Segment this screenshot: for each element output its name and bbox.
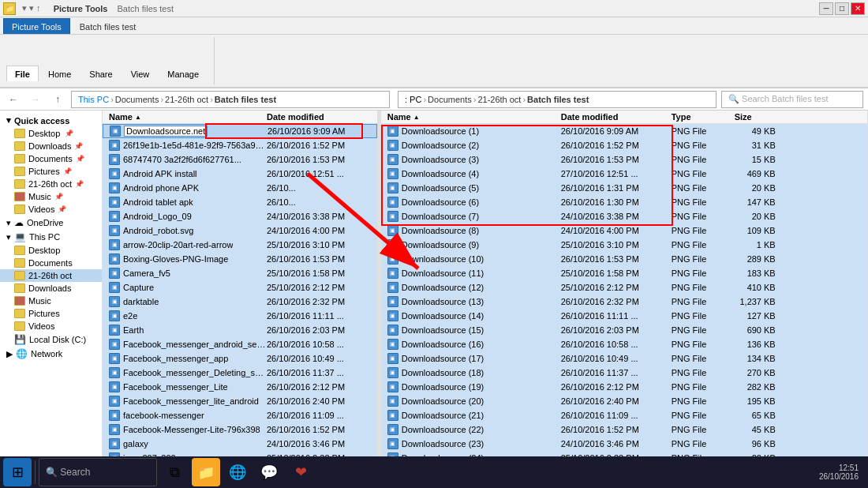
file-row[interactable]: ▣ Downloadsource (20) 26/10/2016 2:40 PM…	[381, 394, 867, 408]
file-row[interactable]: ▣ Downloadsource (13) 26/10/2016 2:32 PM…	[381, 295, 867, 309]
file-row[interactable]: ▣ e2e 26/10/2016 11:11 ...	[103, 309, 377, 323]
file-row[interactable]: ▣ Downloadsource (21) 26/10/2016 11:09 .…	[381, 408, 867, 422]
nav-local-disk[interactable]: 💾 Local Disk (C:)	[0, 332, 102, 347]
file-row[interactable]: ▣ Camera_fv5 25/10/2016 1:58 PM	[103, 266, 377, 280]
file-size: 15 KB	[735, 155, 782, 164]
explorer-button[interactable]: 📁	[192, 458, 220, 486]
file-row[interactable]: ▣ Downloadsource (6) 26/10/2016 1:30 PM …	[381, 195, 867, 209]
file-row[interactable]: ▣ darktable 26/10/2016 2:32 PM	[103, 295, 377, 309]
file-row[interactable]: ▣ Downloadsource.net 26/10/2016 9:09 AM	[103, 124, 377, 138]
file-row[interactable]: ▣ Android_Logo_09 24/10/2016 3:38 PM	[103, 209, 377, 223]
task-view-button[interactable]: ⧉	[160, 458, 189, 486]
file-row[interactable]: ▣ Downloadsource (22) 26/10/2016 1:52 PM…	[381, 422, 867, 437]
nav-pictures[interactable]: Pictures 📌	[0, 165, 102, 178]
col-name2-header[interactable]: Name ▲	[387, 112, 561, 122]
file-name-cell: ▣ Downloadsource (6)	[387, 197, 561, 208]
nav-desktop[interactable]: Desktop 📌	[0, 127, 102, 140]
nav-pc-pictures[interactable]: Pictures	[0, 307, 102, 320]
address-path-left[interactable]: This PC › Documents › 21-26th oct › Batc…	[71, 91, 390, 108]
file-row[interactable]: ▣ Downloadsource (18) 26/10/2016 11:37 .…	[381, 366, 867, 380]
nav-network[interactable]: ▶ 🌐 Network	[0, 347, 102, 361]
nav-downloads[interactable]: Downloads 📌	[0, 140, 102, 152]
nav-music[interactable]: Music 📌	[0, 190, 102, 203]
file-row[interactable]: ▣ Facebook_messenger_app 26/10/2016 10:4…	[103, 351, 377, 366]
search-button[interactable]: 🔍 Search	[39, 458, 157, 486]
nav-pc-documents[interactable]: Documents	[0, 257, 102, 269]
file-row[interactable]: ▣ Downloadsource (4) 27/10/2016 12:51 ..…	[381, 167, 867, 181]
file-date: 26/10/2016 10:49 ...	[267, 354, 369, 363]
col-name-header[interactable]: Name ▲	[109, 112, 267, 122]
file-row[interactable]: ▣ Android phone APK 26/10...	[103, 181, 377, 195]
col-size2-header[interactable]: Size	[735, 112, 782, 122]
file-row[interactable]: ▣ Downloadsource (1) 26/10/2016 9:09 AM …	[381, 124, 867, 138]
file-row[interactable]: ▣ Capture 25/10/2016 2:12 PM	[103, 280, 377, 295]
file-row[interactable]: ▣ Downloadsource (8) 24/10/2016 4:00 PM …	[381, 223, 867, 238]
nav-21-26oct[interactable]: 21-26th oct 📌	[0, 178, 102, 190]
file-row[interactable]: ▣ Android tablet apk 26/10...	[103, 195, 377, 209]
nav-pc-music[interactable]: Music	[0, 295, 102, 307]
nav-pc-downloads[interactable]: Downloads	[0, 282, 102, 295]
forward-button[interactable]: →	[27, 91, 44, 108]
file-row[interactable]: ▣ galaxy 24/10/2016 3:46 PM	[103, 437, 377, 451]
tab-manage[interactable]: Manage	[159, 66, 208, 81]
nav-label: Local Disk (C:)	[29, 335, 86, 344]
start-button[interactable]: ⊞	[3, 458, 32, 486]
tab-picture-tools[interactable]: Picture Tools	[3, 18, 70, 34]
file-name-editing[interactable]: Downloadsource.net	[124, 126, 208, 137]
nav-pc-desktop[interactable]: Desktop	[0, 244, 102, 257]
nav-pc-videos[interactable]: Videos	[0, 320, 102, 332]
file-row[interactable]: ▣ Android APK install 26/10/2016 12:51 .…	[103, 167, 377, 181]
nav-quick-access[interactable]: ▾ Quick access	[0, 114, 102, 127]
back-button[interactable]: ←	[5, 91, 22, 108]
close-button[interactable]: ✕	[851, 2, 865, 15]
file-row[interactable]: ▣ Downloadsource (19) 26/10/2016 2:12 PM…	[381, 380, 867, 394]
nav-videos[interactable]: Videos 📌	[0, 203, 102, 216]
file-row[interactable]: ▣ Downloadsource (17) 26/10/2016 10:49 .…	[381, 351, 867, 366]
file-row[interactable]: ▣ Downloadsource (7) 24/10/2016 3:38 PM …	[381, 209, 867, 223]
nav-documents[interactable]: Documents 📌	[0, 152, 102, 165]
file-row[interactable]: ▣ 68747470 3a2f2f6d6f627761... 26/10/201…	[103, 152, 377, 167]
address-path-right[interactable]: : PC › Documents › 21-26th oct › Batch f…	[398, 91, 716, 108]
maximize-button[interactable]: □	[835, 2, 849, 15]
file-row[interactable]: ▣ Downloadsource (5) 26/10/2016 1:31 PM …	[381, 181, 867, 195]
media-button[interactable]: ❤	[286, 458, 315, 486]
file-row[interactable]: ▣ Facebook_messenger_android_secret 26/1…	[103, 337, 377, 351]
nav-this-pc[interactable]: ▾ 💻 This PC	[0, 230, 102, 244]
file-row[interactable]: ▣ arrow-20clip-20art-red-arrow 25/10/201…	[103, 238, 377, 252]
file-row[interactable]: ▣ Downloadsource (11) 25/10/2016 1:58 PM…	[381, 266, 867, 280]
file-row[interactable]: ▣ Downloadsource (2) 26/10/2016 1:52 PM …	[381, 138, 867, 152]
file-row[interactable]: ▣ Downloadsource (9) 25/10/2016 3:10 PM …	[381, 238, 867, 252]
file-row[interactable]: ▣ Boxing-Gloves-PNG-Image 26/10/2016 1:5…	[103, 252, 377, 266]
file-row[interactable]: ▣ facebook-messenger 26/10/2016 11:09 ..…	[103, 408, 377, 422]
file-row[interactable]: ▣ Facebook_messenger_Lite 26/10/2016 2:1…	[103, 380, 377, 394]
nav-onedrive[interactable]: ▾ ☁ OneDrive	[0, 216, 102, 230]
skype-button[interactable]: 💬	[255, 458, 283, 486]
tab-batch-files[interactable]: Batch files test	[71, 18, 145, 34]
file-row[interactable]: ▣ Downloadsource (3) 26/10/2016 1:53 PM …	[381, 152, 867, 167]
file-row[interactable]: ▣ Downloadsource (16) 26/10/2016 10:58 .…	[381, 337, 867, 351]
file-row[interactable]: ▣ Downloadsource (12) 25/10/2016 2:12 PM…	[381, 280, 867, 295]
tab-view[interactable]: View	[122, 66, 159, 81]
file-row[interactable]: ▣ Downloadsource (15) 26/10/2016 2:03 PM…	[381, 323, 867, 337]
file-row[interactable]: ▣ Android_robot.svg 24/10/2016 4:00 PM	[103, 223, 377, 238]
file-row[interactable]: ▣ Facebook-Messenger-Lite-796x398 26/10/…	[103, 422, 377, 437]
file-row[interactable]: ▣ Facebook_messenger_lite_android 26/10/…	[103, 394, 377, 408]
col-type2-header[interactable]: Type	[672, 112, 735, 122]
col-date2-header[interactable]: Date modified	[561, 112, 672, 122]
browser-button[interactable]: 🌐	[223, 458, 252, 486]
file-row[interactable]: ▣ Earth 26/10/2016 2:03 PM	[103, 323, 377, 337]
nav-pc-21-26oct[interactable]: 21-26th oct	[0, 269, 102, 282]
png-icon: ▣	[387, 168, 398, 179]
file-row[interactable]: ▣ 26f19e1b-1e5d-481e-92f9-7563a9a81b7...…	[103, 138, 377, 152]
up-button[interactable]: ↑	[49, 91, 66, 108]
tab-home[interactable]: Home	[39, 66, 80, 81]
file-row[interactable]: ▣ Downloadsource (14) 26/10/2016 11:11 .…	[381, 309, 867, 323]
minimize-button[interactable]: ─	[819, 2, 833, 15]
tab-share[interactable]: Share	[80, 66, 121, 81]
file-row[interactable]: ▣ Downloadsource (23) 24/10/2016 3:46 PM…	[381, 437, 867, 451]
tab-file[interactable]: File	[6, 66, 39, 81]
file-row[interactable]: ▣ Facebook_messenger_Deleting_secret_m..…	[103, 366, 377, 380]
col-date-header[interactable]: Date modified	[267, 112, 369, 122]
file-row[interactable]: ▣ Downloadsource (10) 26/10/2016 1:53 PM…	[381, 252, 867, 266]
search-input[interactable]: 🔍 Search Batch files test	[721, 91, 863, 108]
